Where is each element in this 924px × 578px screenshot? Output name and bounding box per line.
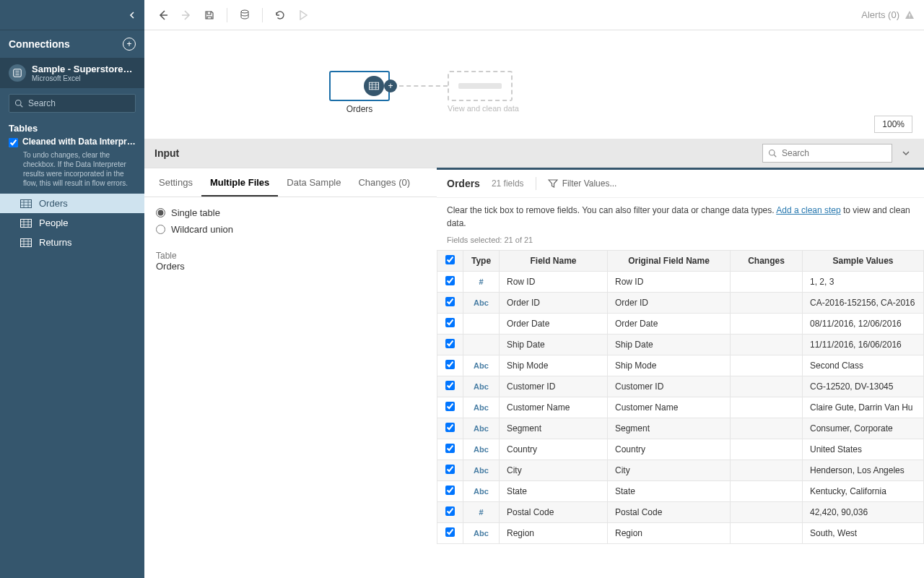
- field-checkbox[interactable]: [445, 423, 455, 432]
- field-checkbox[interactable]: [445, 465, 455, 474]
- field-type-cell[interactable]: [463, 335, 500, 355]
- field-name-cell[interactable]: Country: [500, 439, 608, 460]
- flow-ghost-step[interactable]: View and clean data: [448, 71, 519, 113]
- string-type-icon: Abc: [474, 382, 489, 391]
- table-row: Ship DateShip Date11/11/2016, 16/06/2016: [437, 335, 924, 355]
- tab-multiple-files[interactable]: Multiple Files: [201, 168, 278, 197]
- flow-node-orders[interactable]: + Orders: [329, 71, 390, 114]
- tab-data-sample[interactable]: Data Sample: [278, 168, 349, 197]
- select-all-checkbox[interactable]: [445, 255, 455, 264]
- add-clean-step-link[interactable]: Add a clean step: [776, 205, 840, 215]
- expand-pane-button[interactable]: [898, 145, 914, 161]
- radio-wildcard-label: Wildcard union: [171, 224, 233, 235]
- radio-wildcard-union[interactable]: Wildcard union: [156, 224, 425, 235]
- field-type-cell[interactable]: Abc: [463, 418, 500, 439]
- field-checkbox[interactable]: [445, 527, 455, 537]
- flow-canvas[interactable]: + Orders View and clean data 100%: [144, 30, 924, 139]
- field-name-cell[interactable]: Ship Date: [500, 335, 608, 355]
- radio-single-table-input[interactable]: [156, 208, 165, 217]
- radio-single-table[interactable]: Single table: [156, 207, 425, 218]
- data-interpreter-checkbox[interactable]: [9, 138, 18, 147]
- toolbar-separator: [227, 8, 227, 22]
- field-type-cell[interactable]: Abc: [463, 293, 500, 314]
- field-type-cell[interactable]: Abc: [463, 355, 500, 376]
- svg-point-5: [241, 10, 248, 13]
- table-item-label: Returns: [39, 237, 72, 248]
- header-changes[interactable]: Changes: [731, 251, 803, 272]
- tab-settings[interactable]: Settings: [150, 168, 201, 197]
- field-sample-cell: 1, 2, 3: [803, 272, 924, 293]
- field-original-cell: Ship Date: [608, 335, 731, 355]
- alerts-indicator[interactable]: Alerts (0): [861, 9, 915, 21]
- field-type-cell[interactable]: Abc: [463, 376, 500, 397]
- field-type-cell[interactable]: [463, 314, 500, 335]
- fields-grid-scroll[interactable]: Type Field Name Original Field Name Chan…: [437, 250, 924, 578]
- table-item-returns[interactable]: Returns: [0, 233, 144, 252]
- field-name-cell[interactable]: City: [500, 460, 608, 481]
- field-type-cell[interactable]: Abc: [463, 397, 500, 418]
- connection-item[interactable]: Sample - Superstore.... Microsoft Excel: [0, 58, 144, 88]
- back-button[interactable]: [153, 5, 173, 25]
- field-checkbox[interactable]: [445, 444, 455, 453]
- field-original-cell: Customer ID: [608, 376, 731, 397]
- field-type-cell[interactable]: Abc: [463, 439, 500, 460]
- table-item-orders[interactable]: Orders: [0, 194, 144, 213]
- header-type[interactable]: Type: [463, 251, 500, 272]
- field-checkbox[interactable]: [445, 381, 455, 390]
- string-type-icon: Abc: [474, 424, 489, 433]
- run-button[interactable]: [293, 5, 313, 25]
- orders-search-input[interactable]: [762, 144, 892, 163]
- add-step-button[interactable]: +: [384, 79, 397, 92]
- zoom-level[interactable]: 100%: [874, 116, 912, 133]
- field-checkbox[interactable]: [445, 297, 455, 306]
- field-name-cell[interactable]: Order ID: [500, 293, 608, 314]
- tab-changes[interactable]: Changes (0): [349, 168, 419, 197]
- sidebar-search-input[interactable]: [9, 94, 136, 113]
- field-name-cell[interactable]: Region: [500, 523, 608, 544]
- string-type-icon: Abc: [474, 529, 489, 538]
- field-name-cell[interactable]: Customer Name: [500, 397, 608, 418]
- field-name-cell[interactable]: State: [500, 481, 608, 502]
- radio-wildcard-input[interactable]: [156, 225, 165, 234]
- filter-values-button[interactable]: Filter Values...: [548, 178, 617, 189]
- field-type-cell[interactable]: Abc: [463, 460, 500, 481]
- field-checkbox[interactable]: [445, 360, 455, 369]
- field-type-cell[interactable]: Abc: [463, 523, 500, 544]
- field-name-cell[interactable]: Customer ID: [500, 376, 608, 397]
- field-checkbox[interactable]: [445, 276, 455, 285]
- field-name-cell[interactable]: Row ID: [500, 272, 608, 293]
- field-type-cell[interactable]: #: [463, 272, 500, 293]
- field-type-cell[interactable]: #: [463, 502, 500, 523]
- field-name-cell[interactable]: Ship Mode: [500, 355, 608, 376]
- database-button[interactable]: [235, 5, 255, 25]
- string-type-icon: Abc: [474, 466, 489, 475]
- field-sample-cell: Second Class: [803, 355, 924, 376]
- field-checkbox[interactable]: [445, 402, 455, 411]
- field-name-cell[interactable]: Postal Code: [500, 502, 608, 523]
- field-type-cell[interactable]: Abc: [463, 481, 500, 502]
- header-sample[interactable]: Sample Values: [803, 251, 924, 272]
- field-name-cell[interactable]: Segment: [500, 418, 608, 439]
- field-checkbox[interactable]: [445, 506, 455, 516]
- field-sample-cell: South, West: [803, 523, 924, 544]
- table-row: Order DateOrder Date08/11/2016, 12/06/20…: [437, 314, 924, 335]
- field-original-cell: Region: [608, 523, 731, 544]
- collapse-sidebar-icon[interactable]: [128, 12, 136, 19]
- field-name-cell[interactable]: Order Date: [500, 314, 608, 335]
- refresh-button[interactable]: [270, 5, 290, 25]
- fields-selected-count: Fields selected: 21 of 21: [437, 233, 924, 250]
- field-checkbox[interactable]: [445, 339, 455, 348]
- save-button[interactable]: [199, 5, 219, 25]
- ghost-label: View and clean data: [448, 104, 519, 113]
- header-original-name[interactable]: Original Field Name: [608, 251, 731, 272]
- table-item-people[interactable]: People: [0, 213, 144, 233]
- field-checkbox[interactable]: [445, 318, 455, 327]
- header-field-name[interactable]: Field Name: [500, 251, 608, 272]
- add-connection-button[interactable]: +: [123, 38, 136, 51]
- search-icon: [768, 149, 777, 158]
- field-changes-cell: [731, 397, 803, 418]
- field-checkbox[interactable]: [445, 486, 455, 495]
- alert-icon: [904, 9, 915, 21]
- field-original-cell: Row ID: [608, 272, 731, 293]
- forward-button[interactable]: [176, 5, 196, 25]
